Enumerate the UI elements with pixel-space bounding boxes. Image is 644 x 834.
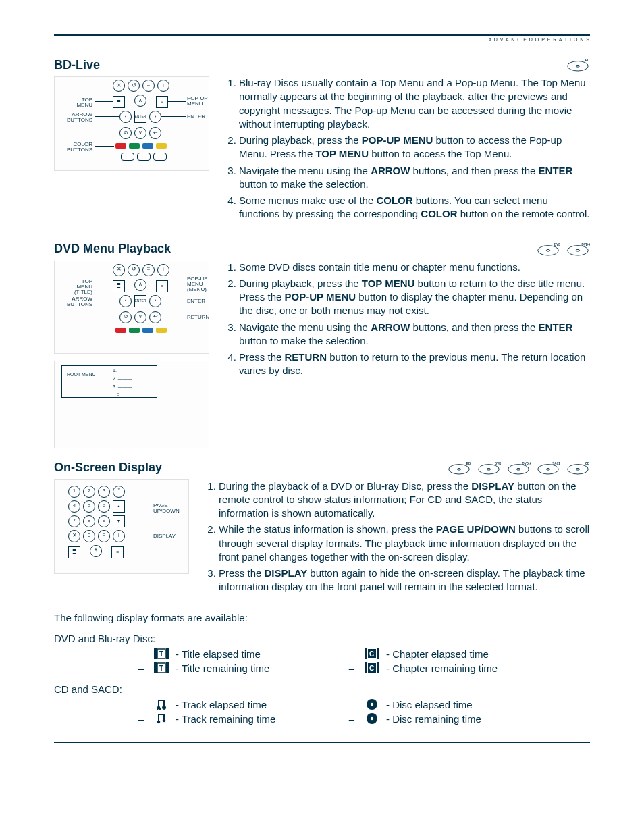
svg-rect-25: [166, 648, 169, 659]
dvd-item-2: During playback, press the TOP MENU butt…: [239, 277, 590, 318]
lbl-enter-dvd: ENTER: [187, 298, 205, 304]
section-dvd: ✕ ↺ ≡ i ≣ ∧ ≡ ‹ ENTER › ⊘ ∨ ↩ TOP MENU (…: [54, 261, 590, 448]
section-title-osd: On-Screen Display BD DVD DVD-A SACD CD: [54, 461, 590, 475]
lbl-arrow-dvd: ARROW BUTTONS: [57, 296, 92, 307]
svg-text:BD: BD: [466, 461, 471, 465]
disc-small-icon-2: [365, 713, 379, 724]
fmt-disc-remaining: - Disc remaining time: [386, 713, 481, 725]
lbl-popup-menu: POP-UP MENU (MENU): [187, 276, 208, 292]
disc-bd2-icon: BD: [447, 461, 471, 475]
fmt-track-elapsed: - Track elapsed time: [176, 699, 267, 710]
osd-item-1: During the playback of a DVD or Blu-ray …: [219, 479, 590, 521]
lbl-top-menu: TOP MENU: [57, 97, 92, 108]
svg-rect-33: [166, 662, 169, 673]
title-icon-2: T: [154, 662, 169, 673]
bd-list: Blu-ray Discs usually contain a Top Menu…: [223, 76, 590, 224]
disc-small-icon: [365, 699, 379, 710]
lbl-popup: POP-UP MENU: [187, 96, 208, 107]
svg-rect-28: [365, 648, 367, 659]
svg-point-47: [371, 717, 373, 720]
svg-point-21: [568, 464, 589, 473]
header-thick-rule: [54, 34, 590, 36]
formats-intro: The following display formats are availa…: [54, 612, 590, 623]
bd-disc-icons: BD: [566, 57, 590, 72]
osd-list: During the playback of a DVD or Blu-ray …: [203, 479, 590, 597]
section-bd: ✕ ↺ ≡ i ≣ ∧ ≡ ‹ ENTER › ⊘ ∨ ↩: [54, 76, 590, 230]
osd-disc-icons: BD DVD DVD-A SACD CD: [447, 461, 590, 475]
bd-item-3: Navigate the menu using the ARROW button…: [239, 164, 590, 192]
svg-point-9: [449, 464, 470, 473]
header-category: A D V A N C E D O P E R A T I O N S: [54, 37, 590, 42]
bd-title-text: BD-Live: [54, 58, 100, 72]
disc-cd-icon: CD: [566, 461, 590, 475]
disc-dvda-icon: DVD-A: [566, 242, 590, 257]
fmt-cd-row2: – - Track remaining time – - Disc remain…: [135, 713, 590, 725]
lbl-return: RETURN: [187, 315, 209, 320]
svg-text:DVD: DVD: [495, 461, 501, 465]
title-icon: T: [154, 648, 169, 659]
fmt-dvd-row2: – T - Title remaining time – C - Chapter…: [135, 662, 590, 674]
fmt-cd-row1: - Track elapsed time - Disc elapsed time: [135, 699, 590, 710]
svg-rect-32: [154, 662, 157, 673]
svg-point-15: [508, 464, 529, 473]
dvd-item-4: Press the RETURN button to return to the…: [239, 350, 590, 378]
svg-rect-36: [365, 662, 367, 673]
svg-text:T: T: [159, 664, 163, 672]
svg-point-45: [163, 719, 166, 723]
bd-item-1: Blu-ray Discs usually contain a Top Menu…: [239, 76, 590, 131]
svg-text:SACD: SACD: [552, 461, 560, 465]
note-icon-2: [154, 713, 169, 724]
lbl-color: COLOR BUTTONS: [57, 142, 92, 153]
disc-dvda2-icon: DVD-A: [506, 461, 531, 475]
svg-point-13: [487, 468, 490, 470]
dvd-item-1: Some DVD discs contain title menu or cha…: [239, 261, 590, 274]
chapter-icon-2: C: [365, 662, 379, 673]
svg-text:DVD-A: DVD-A: [581, 242, 590, 246]
svg-point-7: [576, 249, 579, 251]
svg-point-19: [546, 468, 549, 470]
svg-text:DVD: DVD: [554, 242, 560, 246]
dvd-disc-icons: DVD DVD-A: [536, 242, 590, 257]
disc-sacd-icon: SACD: [536, 461, 560, 475]
remote-diagram-dvd: ✕ ↺ ≡ i ≣ ∧ ≡ ‹ ENTER › ⊘ ∨ ↩ TOP MENU (…: [54, 261, 209, 448]
svg-point-6: [568, 245, 589, 255]
fmt-dvd-row1: T - Title elapsed time C - Chapter elaps…: [135, 648, 590, 660]
chapter-icon: C: [365, 648, 379, 659]
footer-rule: [54, 742, 590, 743]
disc-bd-icon: BD: [566, 57, 590, 72]
formats-cd-head: CD and SACD:: [54, 683, 590, 695]
svg-point-22: [576, 468, 579, 470]
svg-point-43: [371, 703, 373, 706]
lbl-arrow: ARROW BUTTONS: [57, 112, 92, 123]
svg-point-44: [157, 721, 161, 724]
fmt-chap-remaining: - Chapter remaining time: [386, 662, 498, 674]
osd-item-3: Press the DISPLAY button again to hide t…: [219, 567, 590, 594]
svg-point-10: [457, 468, 460, 470]
lbl-page: PAGE UP/DOWN: [153, 503, 180, 514]
osd-item-2: While the status information is shown, p…: [219, 523, 590, 564]
svg-text:C: C: [369, 650, 374, 658]
svg-point-41: [163, 705, 166, 708]
dvd-list: Some DVD discs contain title menu or cha…: [223, 261, 590, 381]
dvd-item-3: Navigate the menu using the ARROW button…: [239, 321, 590, 348]
bd-item-2: During playback, press the POP-UP MENU b…: [239, 134, 590, 161]
fmt-chap-elapsed: - Chapter elapsed time: [386, 648, 489, 660]
svg-rect-37: [377, 662, 379, 673]
svg-text:T: T: [159, 650, 163, 658]
dvd-title-text: DVD Menu Playback: [54, 242, 171, 256]
svg-point-4: [546, 249, 549, 251]
fmt-track-remaining: - Track remaining time: [176, 713, 275, 725]
svg-rect-24: [154, 648, 157, 659]
remote-diagram-osd: 123⤒ 456 ▲ 789 ▼ ✕0≡i ≣∧≡ PAGE UP/DOWN D…: [54, 479, 189, 574]
lbl-enter: ENTER: [187, 114, 205, 120]
fmt-title-elapsed: - Title elapsed time: [176, 648, 261, 660]
svg-rect-29: [377, 648, 379, 659]
svg-point-16: [516, 468, 520, 470]
bd-item-4: Some menus make use of the COLOR buttons…: [239, 194, 590, 221]
svg-point-1: [576, 65, 579, 67]
section-title-dvd: DVD Menu Playback DVD DVD-A: [54, 242, 590, 257]
lbl-display: DISPLAY: [153, 533, 176, 539]
svg-point-12: [479, 464, 500, 473]
svg-text:BD: BD: [585, 59, 590, 62]
svg-point-18: [538, 464, 559, 473]
